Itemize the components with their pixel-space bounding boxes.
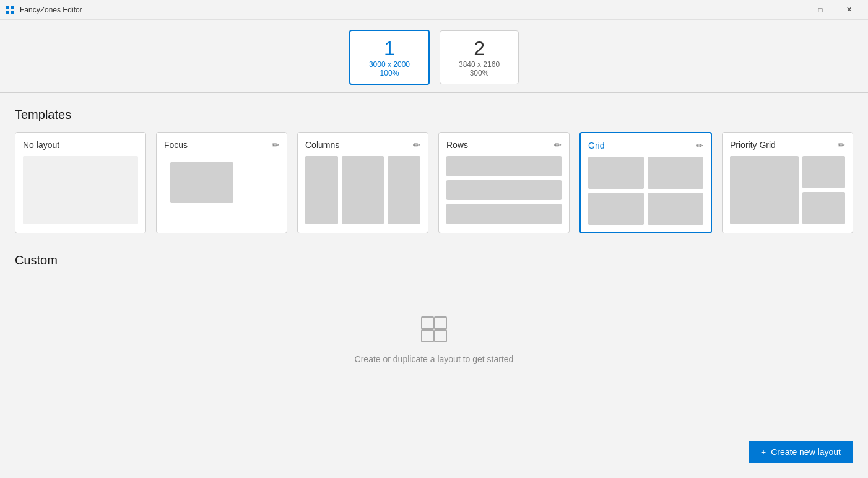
custom-section-label: Custom — [15, 253, 853, 267]
preview-priority-grid — [730, 156, 845, 224]
priority-side-zone-1 — [802, 156, 845, 188]
svg-rect-7 — [435, 330, 446, 342]
template-card-focus[interactable]: Focus ✏ — [156, 132, 287, 233]
row-zone-1 — [446, 156, 562, 176]
templates-section-label: Templates — [15, 108, 853, 122]
monitor-2-scale: 300% — [459, 69, 500, 77]
grid-zone-2 — [648, 157, 703, 189]
card-title-no-layout: No layout — [23, 140, 59, 150]
card-header-columns: Columns ✏ — [305, 140, 420, 150]
title-bar: FancyZones Editor — □ ✕ — [0, 0, 868, 20]
edit-icon-focus[interactable]: ✏ — [272, 140, 279, 150]
edit-icon-columns[interactable]: ✏ — [413, 140, 420, 150]
card-title-priority-grid: Priority Grid — [730, 140, 776, 150]
card-title-focus: Focus — [164, 140, 188, 150]
row-zone-2 — [446, 180, 562, 201]
grid-zone-1 — [588, 157, 644, 189]
card-preview-no-layout — [23, 156, 138, 224]
preview-focus — [164, 156, 279, 224]
svg-rect-4 — [422, 317, 433, 329]
title-bar-left: FancyZones Editor — [5, 5, 82, 15]
template-card-no-layout[interactable]: No layout — [15, 132, 146, 233]
card-header-priority-grid: Priority Grid ✏ — [730, 140, 845, 150]
grid-zone-3 — [588, 193, 644, 225]
svg-rect-3 — [11, 11, 14, 14]
svg-rect-5 — [435, 317, 446, 329]
col-zone-3 — [388, 156, 420, 224]
edit-icon-grid[interactable]: ✏ — [696, 141, 703, 150]
card-preview-focus — [164, 156, 279, 224]
card-title-rows: Rows — [446, 140, 468, 150]
custom-empty-state: Create or duplicate a layout to get star… — [15, 277, 853, 364]
preview-rows — [446, 156, 562, 224]
preview-columns — [305, 156, 420, 224]
monitor-card-2[interactable]: 2 3840 x 2160 300% — [440, 30, 519, 84]
create-button-label: Create new layout — [771, 447, 841, 457]
focus-main-zone — [170, 162, 233, 203]
template-card-priority-grid[interactable]: Priority Grid ✏ — [722, 132, 853, 233]
svg-rect-1 — [11, 6, 14, 9]
app-icon — [5, 5, 15, 15]
monitor-2-number: 2 — [459, 37, 500, 60]
create-icon: + — [761, 447, 766, 457]
col-zone-2 — [342, 156, 384, 224]
priority-main-zone — [730, 156, 799, 224]
minimize-button[interactable]: — — [778, 0, 806, 20]
maximize-button[interactable]: □ — [806, 0, 835, 20]
priority-side-zone-2 — [802, 192, 845, 224]
card-preview-columns — [305, 156, 420, 224]
card-header-focus: Focus ✏ — [164, 140, 279, 150]
edit-icon-priority-grid[interactable]: ✏ — [838, 140, 845, 150]
monitor-card-1[interactable]: 1 3000 x 2000 100% — [349, 30, 430, 85]
card-header-rows: Rows ✏ — [446, 140, 562, 150]
main-content: Templates No layout Focus ✏ — [0, 93, 868, 414]
card-header-grid: Grid ✏ — [588, 141, 703, 150]
monitor-section: 1 3000 x 2000 100% 2 3840 x 2160 300% — [0, 20, 868, 92]
card-title-grid: Grid — [588, 141, 604, 150]
svg-rect-6 — [422, 330, 433, 342]
create-new-layout-button[interactable]: + Create new layout — [749, 441, 853, 463]
template-card-columns[interactable]: Columns ✏ — [297, 132, 428, 233]
monitor-1-scale: 100% — [369, 69, 410, 77]
card-preview-grid — [588, 157, 703, 225]
preview-grid — [588, 157, 703, 225]
title-bar-controls: — □ ✕ — [778, 0, 863, 20]
template-card-grid[interactable]: Grid ✏ — [579, 132, 712, 233]
card-title-columns: Columns — [305, 140, 339, 150]
col-zone-1 — [305, 156, 338, 224]
grid-zone-4 — [648, 193, 703, 225]
card-preview-priority-grid — [730, 156, 845, 224]
app-title: FancyZones Editor — [20, 6, 82, 14]
card-preview-rows — [446, 156, 562, 224]
preview-empty — [23, 156, 138, 224]
monitor-2-resolution: 3840 x 2160 — [459, 60, 500, 69]
svg-rect-0 — [6, 6, 9, 9]
close-button[interactable]: ✕ — [835, 0, 863, 20]
card-header-no-layout: No layout — [23, 140, 138, 150]
custom-empty-message: Create or duplicate a layout to get star… — [355, 354, 514, 364]
monitor-1-resolution: 3000 x 2000 — [369, 60, 410, 69]
template-card-rows[interactable]: Rows ✏ — [438, 132, 570, 233]
custom-empty-icon — [419, 315, 449, 344]
svg-rect-2 — [6, 11, 9, 14]
templates-row: No layout Focus ✏ Columns ✏ — [15, 132, 853, 233]
monitor-1-number: 1 — [369, 37, 410, 60]
row-zone-3 — [446, 204, 562, 224]
edit-icon-rows[interactable]: ✏ — [554, 140, 562, 150]
